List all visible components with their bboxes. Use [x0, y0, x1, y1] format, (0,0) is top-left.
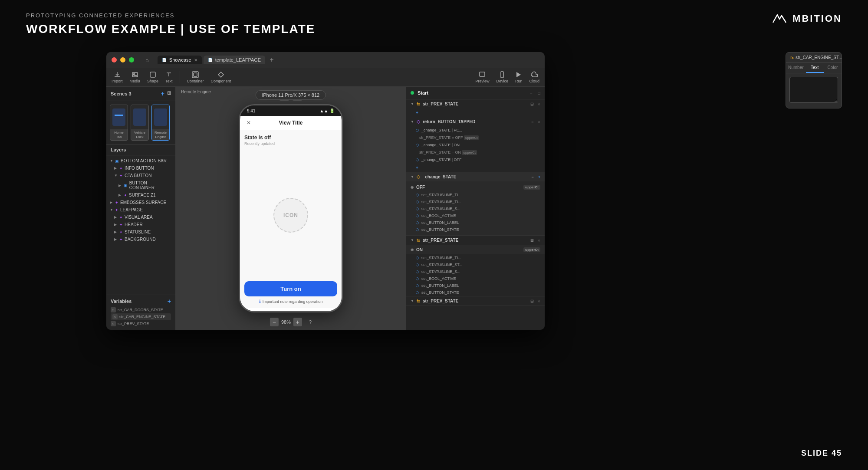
layer-background[interactable]: ▶ ✦ BACKGROUND — [106, 236, 175, 243]
event-controls-1[interactable]: − — [531, 120, 533, 124]
scenes-menu[interactable]: ⊞ — [167, 90, 171, 97]
event-edit[interactable]: ⊟ — [530, 102, 534, 106]
toolbar-component[interactable]: Component — [211, 71, 231, 83]
variable-prev-state[interactable]: S str_PREV_STATE — [111, 320, 171, 327]
event-label: str_PREV_STATE — [423, 102, 458, 106]
vi-text-input[interactable] — [789, 77, 838, 103]
action-change-state-on[interactable]: ⬡ _change_STATE | ON — [406, 141, 545, 149]
variable-car-engine[interactable]: S str_CAR_ENGINE_STATE — [111, 313, 171, 320]
tab-add-button[interactable]: + — [267, 56, 276, 64]
app-close-button[interactable]: ✕ — [245, 119, 252, 126]
ev-dash[interactable]: − — [531, 175, 533, 179]
sub-label: set_STATUSLINE_ST... — [421, 263, 462, 267]
sub-label: set_BOOL_ACTIVE — [421, 214, 456, 218]
sub-action-button-state[interactable]: ⬡ set_BUTTON_STATE — [406, 226, 545, 233]
layer-leafpage[interactable]: ▼ ✦ LEAFPAGE — [106, 206, 175, 214]
prev-state-3-link[interactable]: ○ — [538, 299, 540, 303]
rp-event-prev-state-header[interactable]: ▼ fx str_PREV_STATE ⊟ ○ — [406, 99, 545, 108]
device-selector-container: iPhone 11 Pro/X 375 × 812 — [256, 90, 326, 100]
variables-add[interactable]: + — [168, 298, 171, 305]
toolbar-text[interactable]: Text — [165, 71, 173, 83]
chevron-icon: ▼ — [411, 102, 414, 106]
toolbar-run[interactable]: Run — [515, 71, 523, 83]
prev-state-edit[interactable]: ⊟ — [530, 238, 534, 243]
ev-plus[interactable]: + — [538, 175, 540, 179]
start-label: Start — [418, 90, 428, 95]
layer-cta-button[interactable]: ▼ ✦ CTA BUTTON — [106, 172, 175, 179]
traffic-light-yellow[interactable] — [120, 57, 125, 62]
tab-showcase-close[interactable]: ✕ — [194, 58, 197, 62]
toolbar-device[interactable]: Device — [496, 71, 508, 83]
rp-prev-state-2-header[interactable]: ▼ fx str_PREV_STATE ⊟ ○ — [406, 236, 545, 245]
toolbar-preview[interactable]: Preview — [475, 71, 489, 83]
sub-action-statusline-ti-1[interactable]: ⬡ set_STATUSLINE_TI... — [406, 191, 545, 198]
toolbar-cloud[interactable]: Cloud — [529, 71, 539, 83]
rp-change-state-header[interactable]: ▼ ⬡ _change_STATE − + — [406, 172, 545, 181]
sub-on-statusline-ti-1[interactable]: ⬡ set_STATUSLINE_TI... — [406, 254, 545, 261]
layer-statusline[interactable]: ▶ ✦ STATUSLINE — [106, 228, 175, 236]
sub-action-statusline-s[interactable]: ⬡ set_STATUSLINE_S... — [406, 205, 545, 212]
toolbar-import[interactable]: Import — [112, 71, 123, 83]
scene-thumb-vehicle-img — [131, 105, 148, 129]
sub-icon: ⬡ — [416, 200, 419, 204]
variables-section: Variables + S str_CAR_DOORS_STATE S str_… — [106, 295, 175, 330]
note-icon: ℹ — [259, 299, 261, 304]
sub-on-button-label[interactable]: ⬡ set_BUTTON_LABEL — [406, 282, 545, 289]
layer-button-container[interactable]: ▶ ▣ BUTTON CONTAINER — [106, 179, 175, 191]
sub-on-statusline-st[interactable]: ⬡ set_STATUSLINE_ST... — [406, 261, 545, 268]
layer-surface-z1[interactable]: ▶ ✦ SURFACE Z1 — [106, 191, 175, 199]
vi-tab-color[interactable]: Color — [824, 63, 842, 73]
device-pill[interactable]: iPhone 11 Pro/X 375 × 812 — [256, 90, 326, 100]
layer-chevron: ▶ — [114, 166, 118, 170]
rp-add-action[interactable]: + — [406, 108, 545, 117]
sub-on-statusline-s[interactable]: ⬡ set_STATUSLINE_S... — [406, 268, 545, 275]
event-link[interactable]: ○ — [538, 102, 540, 106]
layer-info-button[interactable]: ▶ ✦ INFO BUTTON — [106, 164, 175, 172]
help-button[interactable]: ? — [309, 319, 312, 325]
left-panel: Scenes 3 + ⊞ Home Tab — [106, 87, 176, 330]
scene-thumb-remote[interactable]: Remote Engine — [151, 105, 170, 141]
rp-prev-state-3-header[interactable]: ▼ fx str_PREV_STATE ⊟ ○ — [406, 296, 545, 306]
trigger-icon: ⬡ — [417, 120, 420, 124]
rp-expand[interactable]: □ — [538, 91, 540, 95]
action-change-state-pe[interactable]: ⬡ _change_STATE | PE... — [406, 126, 545, 134]
sub-on-button-state[interactable]: ⬡ set_BUTTON_STATE — [406, 289, 545, 296]
toolbar-shape[interactable]: Shape — [147, 71, 158, 83]
variable-car-doors[interactable]: S str_CAR_DOORS_STATE — [111, 306, 171, 313]
traffic-light-red[interactable] — [112, 57, 117, 62]
toolbar-container[interactable]: Container — [187, 71, 204, 83]
prev-state-3-edit[interactable]: ⊟ — [530, 299, 534, 303]
vi-tab-number[interactable]: Number — [786, 63, 806, 73]
scenes-add[interactable]: + — [161, 90, 164, 97]
rp-collapse[interactable]: − — [530, 91, 533, 95]
prev-state-link[interactable]: ○ — [538, 238, 540, 243]
action-change-state-off[interactable]: ⬡ _change_STATE | OFF — [406, 156, 545, 164]
zoom-plus-button[interactable]: + — [293, 318, 302, 326]
sub-action-button-label[interactable]: ⬡ set_BUTTON_LABEL — [406, 219, 545, 226]
sub-action-bool-active[interactable]: ⬡ set_BOOL_ACTIVE — [406, 212, 545, 219]
layer-visual-area[interactable]: ▶ ✦ VISUAL AREA — [106, 214, 175, 221]
layer-bottom-action-bar[interactable]: ▼ ▣ BOTTOM ACTION BAR — [106, 157, 175, 164]
event-controls-2[interactable]: ○ — [538, 120, 540, 124]
tab-leafpage[interactable]: 📄 template_LEAFPAGE — [204, 56, 266, 64]
traffic-light-green[interactable] — [129, 57, 134, 62]
canvas-area[interactable]: Remote Engine ‹ › iPhone 11 Pro/X 375 × … — [176, 87, 406, 330]
layer-icon-auto: ✦ — [119, 166, 123, 171]
layer-header[interactable]: ▶ ✦ HEADER — [106, 221, 175, 228]
rp-add-action-2[interactable]: + — [406, 164, 545, 172]
layers-list: ▼ ▣ BOTTOM ACTION BAR ▶ ✦ INFO BUTTON ▼ … — [106, 155, 175, 295]
zoom-minus-button[interactable]: − — [270, 318, 279, 326]
toolbar-media[interactable]: Media — [130, 71, 141, 83]
badge-uppercase-on: upperCt — [523, 247, 540, 252]
layer-embosses-surface[interactable]: ▶ ✦ EMBOSSES SURFACE — [106, 199, 175, 206]
app-turn-on-button[interactable]: Turn on — [244, 281, 337, 296]
sub-label: set_BUTTON_STATE — [421, 290, 459, 295]
iphone-screen: ✕ View Title State is off Recently updat… — [240, 116, 342, 311]
scene-thumb-home[interactable]: Home Tab — [110, 105, 128, 141]
scene-thumb-vehicle[interactable]: Vehicle Lock — [131, 105, 149, 141]
rp-button-tapped-header[interactable]: ▼ ⬡ return_BUTTON_TAPPED − ○ — [406, 117, 545, 126]
sub-on-bool-active[interactable]: ⬡ set_BOOL_ACTIVE — [406, 275, 545, 282]
vi-tab-text[interactable]: Text — [806, 63, 824, 73]
sub-action-statusline-ti-2[interactable]: ⬡ set_STATUSLINE_TI... — [406, 198, 545, 205]
tab-showcase[interactable]: 📄 Showcase ✕ — [158, 56, 202, 64]
